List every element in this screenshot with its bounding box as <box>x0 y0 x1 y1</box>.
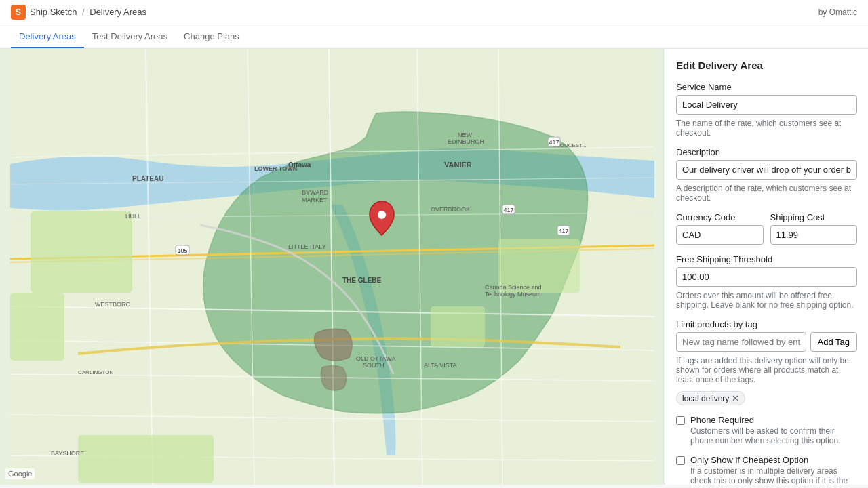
tab-delivery-areas[interactable]: Delivery Areas <box>11 24 84 48</box>
svg-point-19 <box>378 211 386 219</box>
phone-required-hint: Customers will be asked to confirm their… <box>690 426 857 445</box>
map-background: PLATEAU HULL LOWER TOWN BYWARD MARKET VA… <box>0 49 665 485</box>
svg-text:BAYSHORE: BAYSHORE <box>51 450 84 457</box>
shipping-cost-group: Shipping Cost <box>770 212 858 245</box>
free-shipping-input[interactable] <box>676 267 857 287</box>
currency-code-input[interactable] <box>676 225 764 245</box>
phone-required-row: Phone Required Customers will be asked t… <box>676 415 857 445</box>
svg-text:VANIER: VANIER <box>444 161 472 169</box>
svg-text:ALTA VISTA: ALTA VISTA <box>424 362 457 369</box>
description-input[interactable] <box>676 160 857 180</box>
limit-products-label: Limit products by tag <box>676 319 857 329</box>
service-name-input[interactable] <box>676 95 857 115</box>
app-logo: S <box>11 5 26 20</box>
service-name-hint: The name of the rate, which customers se… <box>676 119 857 138</box>
tag-hint: If tags are added this delivery option w… <box>676 356 857 384</box>
map-svg: PLATEAU HULL LOWER TOWN BYWARD MARKET VA… <box>0 49 665 485</box>
description-label: Description <box>676 147 857 157</box>
panel-title: Edit Delivery Area <box>676 60 857 71</box>
cheapest-option-hint: If a customer is in multiple delivery ar… <box>690 466 857 485</box>
svg-text:OLD OTTAWA: OLD OTTAWA <box>356 355 395 362</box>
svg-text:NEW: NEW <box>458 131 473 138</box>
edit-panel: Edit Delivery Area Service Name The name… <box>665 49 868 485</box>
service-name-label: Service Name <box>676 82 857 92</box>
svg-text:417: 417 <box>549 139 559 146</box>
tag-chip-remove[interactable]: ✕ <box>732 393 739 403</box>
svg-text:CENTREPOINTE: CENTREPOINTE <box>98 484 146 485</box>
svg-text:HULL: HULL <box>125 213 141 220</box>
svg-text:BYWARD: BYWARD <box>302 189 329 196</box>
cheapest-option-checkbox[interactable] <box>676 456 685 465</box>
svg-text:LITTLE ITALY: LITTLE ITALY <box>288 243 326 250</box>
map-container[interactable]: PLATEAU HULL LOWER TOWN BYWARD MARKET VA… <box>0 49 665 485</box>
svg-text:Ottawa: Ottawa <box>288 161 311 169</box>
tags-group: Limit products by tag Add Tag If tags ar… <box>676 319 857 405</box>
topbar-breadcrumb: Ship Sketch / Delivery Areas <box>30 7 146 17</box>
cheapest-option-row: Only Show if Cheapest Option If a custom… <box>676 455 857 485</box>
svg-text:SOUTH: SOUTH <box>363 362 384 369</box>
phone-required-label-group: Phone Required Customers will be asked t… <box>690 415 857 445</box>
google-logo: Google <box>5 468 35 479</box>
currency-code-label: Currency Code <box>676 212 764 222</box>
brand-link[interactable]: Ship Sketch <box>30 7 77 17</box>
tags-area: local delivery ✕ <box>676 391 857 405</box>
svg-text:WESTBORO: WESTBORO <box>95 301 131 308</box>
description-group: Description A description of the rate, w… <box>676 147 857 203</box>
tag-chip-local-delivery: local delivery ✕ <box>676 391 745 405</box>
svg-text:105: 105 <box>177 247 187 254</box>
free-shipping-label: Free Shipping Threshold <box>676 254 857 264</box>
svg-text:CARLINGTON: CARLINGTON <box>78 369 114 375</box>
svg-text:417: 417 <box>503 207 513 214</box>
add-tag-button[interactable]: Add Tag <box>810 332 857 352</box>
svg-rect-14 <box>31 211 132 293</box>
cost-row: Currency Code Shipping Cost <box>676 212 857 245</box>
breadcrumb-sep: / <box>82 7 85 17</box>
svg-text:EDINBURGH: EDINBURGH <box>448 138 484 145</box>
topbar: S Ship Sketch / Delivery Areas by Omatti… <box>0 0 868 24</box>
svg-rect-15 <box>10 293 64 361</box>
svg-text:OVERBROOK: OVERBROOK <box>431 206 470 213</box>
shipping-cost-label: Shipping Cost <box>770 212 858 222</box>
svg-text:Technology Museum: Technology Museum <box>485 291 541 298</box>
main-content: PLATEAU HULL LOWER TOWN BYWARD MARKET VA… <box>0 49 868 485</box>
svg-text:417: 417 <box>558 228 568 235</box>
cheapest-option-label: Only Show if Cheapest Option <box>690 455 857 465</box>
tag-chip-label: local delivery <box>682 394 729 403</box>
free-shipping-hint: Orders over this amount will be offered … <box>676 291 857 310</box>
page-title: Delivery Areas <box>90 7 146 17</box>
free-shipping-group: Free Shipping Threshold Orders over this… <box>676 254 857 310</box>
nav-tabs: Delivery Areas Test Delivery Areas Chang… <box>0 24 868 49</box>
topbar-left: S Ship Sketch / Delivery Areas <box>11 5 146 20</box>
cheapest-option-label-group: Only Show if Cheapest Option If a custom… <box>690 455 857 485</box>
currency-code-group: Currency Code <box>676 212 764 245</box>
svg-text:THE GLEBE: THE GLEBE <box>342 277 382 284</box>
topbar-right: by Omattic <box>818 7 857 17</box>
svg-rect-16 <box>78 435 214 483</box>
service-name-group: Service Name The name of the rate, which… <box>676 82 857 138</box>
tag-input[interactable] <box>676 332 806 352</box>
tab-change-plans[interactable]: Change Plans <box>176 24 248 48</box>
phone-required-label: Phone Required <box>690 415 857 425</box>
tab-test-delivery-areas[interactable]: Test Delivery Areas <box>84 24 176 48</box>
tag-input-row: Add Tag <box>676 332 857 352</box>
shipping-cost-input[interactable] <box>770 225 858 245</box>
svg-text:PLATEAU: PLATEAU <box>132 175 163 182</box>
description-hint: A description of the rate, which custome… <box>676 184 857 203</box>
svg-text:Canada Science and: Canada Science and <box>485 284 542 291</box>
phone-required-checkbox[interactable] <box>676 416 685 425</box>
svg-rect-18 <box>431 306 485 347</box>
svg-text:MARKET: MARKET <box>302 197 328 203</box>
